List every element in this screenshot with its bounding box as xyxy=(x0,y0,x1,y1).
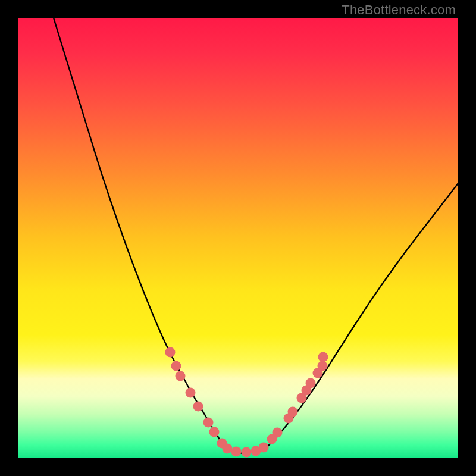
marker-dot xyxy=(318,361,328,371)
watermark-text: TheBottleneck.com xyxy=(342,2,456,18)
marker-dot xyxy=(231,447,242,457)
marker-dot xyxy=(259,443,269,453)
marker-dot xyxy=(186,388,196,398)
curve-layer xyxy=(18,18,458,458)
curve-left xyxy=(54,18,225,449)
marker-dots xyxy=(165,347,328,458)
marker-dot xyxy=(165,347,176,358)
marker-dot xyxy=(203,418,214,428)
marker-dot xyxy=(242,447,252,458)
plot-area xyxy=(18,18,458,458)
marker-dot xyxy=(223,444,233,454)
marker-dot xyxy=(176,371,186,381)
marker-dot xyxy=(306,378,316,389)
marker-dot xyxy=(171,361,181,371)
marker-dot xyxy=(209,427,220,437)
marker-dot xyxy=(288,407,298,417)
chart-frame: TheBottleneck.com xyxy=(0,0,476,476)
marker-dot xyxy=(318,352,328,362)
marker-dot xyxy=(193,402,203,412)
marker-dot xyxy=(273,428,283,438)
